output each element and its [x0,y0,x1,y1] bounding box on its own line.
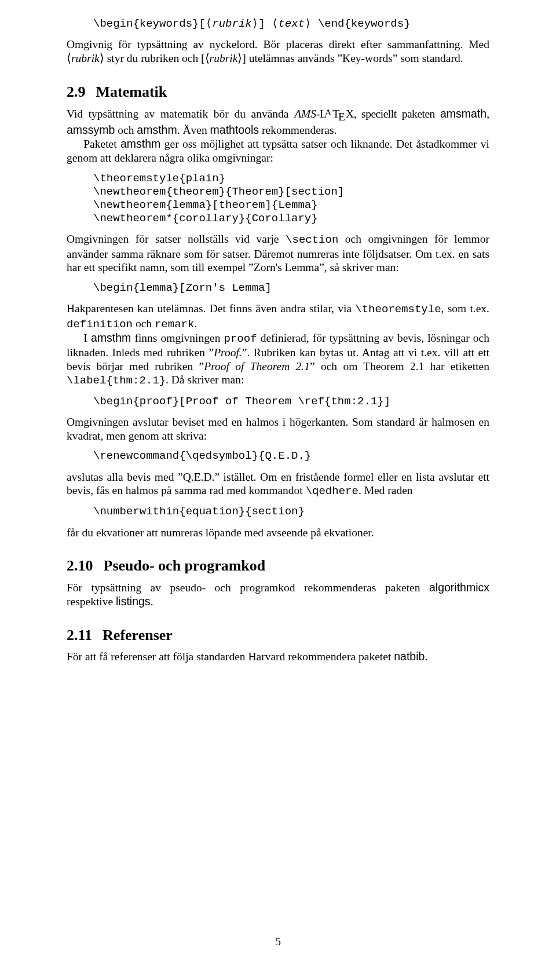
sec211-para: För att få referenser att följa standard… [67,650,489,664]
section-2.11-heading: 2.11Referenser [67,626,489,645]
section-2.9-heading: 2.9Matematik [67,83,489,101]
theorem-decl-code: \theoremstyle{plain} \newtheorem{theorem… [93,172,489,226]
qedsymbol-code: \renewcommand{\qedsymbol}{Q.E.D.} [93,449,489,463]
numberwithin-code: \numberwithin{equation}{section} [93,505,489,518]
lemma-example-code: \begin{lemma}[Zorn's Lemma] [93,281,489,295]
keywords-syntax-block: \begin{keywords}[⟨rubrik⟩] ⟨text⟩ \end{k… [93,17,489,31]
sec29-para3: Omgivningen för satser nollställs vid va… [67,232,489,275]
sec29-para2: Paketet amsthm ger oss möjlighet att typ… [67,137,489,165]
sec29-para8: får du ekvationer att numreras löpande m… [67,526,489,540]
sec29-para6: Omgivningen avslutar beviset med en halm… [67,415,489,443]
sec210-para: För typsättning av pseudo- och programko… [67,581,489,609]
sec29-para1: Vid typsättning av matematik bör du anvä… [67,107,489,137]
proof-example-code: \begin{proof}[Proof of Theorem \ref{thm:… [93,395,489,408]
section-2.10-heading: 2.10Pseudo- och programkod [67,557,489,575]
document-page: \begin{keywords}[⟨rubrik⟩] ⟨text⟩ \end{k… [0,0,556,980]
page-number: 5 [0,935,556,949]
sec29-para5: I amsthm finns omgivningen proof definie… [67,331,489,388]
sec29-para7: avslutas alla bevis med ”Q.E.D.” iställe… [67,470,489,499]
sec29-para4: Hakparentesen kan utelämnas. Det finns ä… [67,302,489,331]
keywords-description: Omgivnig för typsättning av nyckelord. B… [67,38,489,65]
